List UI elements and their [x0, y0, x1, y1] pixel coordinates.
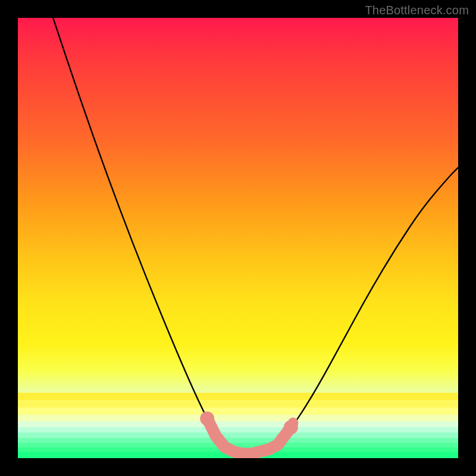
highlight-end-dot — [200, 411, 214, 425]
bottleneck-curve — [53, 18, 458, 454]
watermark-text: TheBottleneck.com — [365, 4, 469, 17]
highlight-markers — [200, 411, 298, 453]
chart-svg — [18, 18, 458, 458]
chart-frame: TheBottleneck.com — [0, 0, 476, 476]
highlight-sausage — [207, 418, 291, 453]
plot-area — [18, 18, 458, 458]
bottom-stripe-stack — [18, 393, 458, 458]
highlight-gap-dot — [288, 418, 299, 428]
highlight-end-dot — [284, 420, 298, 434]
